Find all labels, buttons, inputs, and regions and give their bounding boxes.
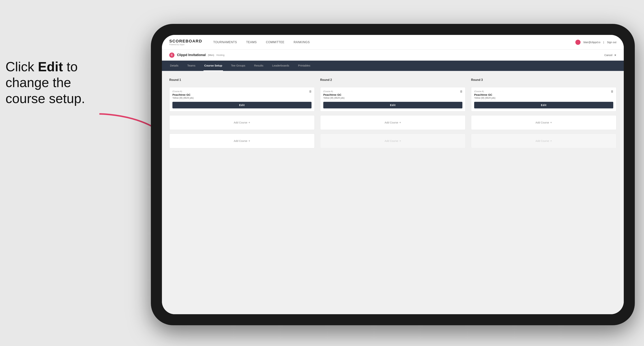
round-1-course-card: 🗑 (Course A) Peachtree GC Yellow (M) (66… — [169, 87, 315, 112]
gender-badge: (Men) — [208, 54, 214, 56]
tabs-bar: Details Teams Course Setup Tee Groups Re… — [162, 61, 624, 71]
plus-icon-r2-1: + — [399, 121, 401, 124]
round-3-column: Round 3 🗑 (Course A) Peachtree GC Yellow… — [471, 78, 616, 148]
plus-icon-r1-2: + — [248, 139, 250, 143]
round-2-column: Round 2 🗑 (Course A) Peachtree GC Yellow… — [320, 78, 466, 148]
annotation-text: Click Edit tochange thecourse setup. — [6, 59, 112, 106]
tab-details[interactable]: Details — [169, 61, 179, 71]
add-course-label-r3-2: Add Course — [536, 140, 549, 142]
add-course-r3-2: Add Course + — [471, 134, 616, 148]
tablet-device: SCOREBOARD Powered by clippd TOURNAMENTS… — [151, 24, 635, 325]
add-course-label-r2-1: Add Course — [384, 121, 398, 124]
course-details-r1: Yellow (M) (6629 yds) — [172, 97, 312, 99]
tablet-screen: SCOREBOARD Powered by clippd TOURNAMENTS… — [162, 35, 624, 314]
round-3-course-card: 🗑 (Course A) Peachtree GC Yellow (M) (66… — [471, 87, 616, 112]
trash-icon-r3[interactable]: 🗑 — [611, 90, 614, 93]
brand-logo: C — [169, 53, 174, 58]
add-course-label-r1-1: Add Course — [234, 121, 247, 124]
add-course-r2-1[interactable]: Add Course + — [320, 115, 466, 130]
course-name-r2: Peachtree GC — [323, 93, 462, 96]
nav-link-committee[interactable]: COMMITTEE — [266, 41, 284, 44]
tab-course-setup[interactable]: Course Setup — [204, 61, 223, 71]
add-course-label-r2-2: Add Course — [384, 140, 398, 142]
course-label-r2: (Course A) — [323, 90, 462, 92]
round-2-title: Round 2 — [320, 78, 466, 82]
round-2-course-card: 🗑 (Course A) Peachtree GC Yellow (M) (66… — [320, 87, 466, 112]
tab-teams[interactable]: Teams — [186, 61, 196, 71]
add-course-r3-1[interactable]: Add Course + — [471, 115, 616, 130]
nav-link-tournaments[interactable]: TOURNAMENTS — [213, 41, 237, 44]
add-course-label-r1-2: Add Course — [234, 140, 247, 142]
course-label-r1: (Course A) — [172, 90, 312, 92]
logo-sub-text: Powered by clippd — [169, 43, 202, 46]
round-1-title: Round 1 — [169, 78, 315, 82]
tab-tee-groups[interactable]: Tee Groups — [230, 61, 246, 71]
app-container: SCOREBOARD Powered by clippd TOURNAMENTS… — [162, 35, 624, 314]
tab-printables[interactable]: Printables — [297, 61, 311, 71]
add-course-r2-2: Add Course + — [320, 134, 466, 148]
add-course-r1-2[interactable]: Add Course + — [169, 134, 315, 148]
annotation-bold: Edit — [38, 59, 63, 74]
edit-button-r1[interactable]: Edit — [172, 102, 312, 108]
trash-icon[interactable]: 🗑 — [309, 90, 312, 93]
add-course-r1-1[interactable]: Add Course + — [169, 115, 315, 130]
main-content: Round 1 🗑 (Course A) Peachtree GC Yellow… — [162, 71, 624, 314]
top-navigation: SCOREBOARD Powered by clippd TOURNAMENTS… — [162, 35, 624, 50]
cancel-button[interactable]: Cancel ✕ — [604, 54, 616, 57]
sub-header: C Clippd Invitational (Men) Hosting Canc… — [162, 50, 624, 61]
nav-link-teams[interactable]: TEAMS — [246, 41, 257, 44]
tournament-title: Clippd Invitational — [177, 53, 206, 57]
tab-leaderboards[interactable]: Leaderboards — [272, 61, 290, 71]
user-email: blair@clippd.io — [584, 41, 600, 44]
nav-right: blair@clippd.io | Sign out — [575, 40, 616, 45]
course-name-r3: Peachtree GC — [474, 93, 613, 96]
tab-results[interactable]: Results — [253, 61, 264, 71]
plus-icon-r1-1: + — [248, 121, 250, 124]
user-avatar — [575, 40, 580, 45]
round-3-title: Round 3 — [471, 78, 616, 82]
nav-separator: | — [603, 41, 604, 44]
app-logo: SCOREBOARD Powered by clippd — [169, 39, 202, 46]
course-name-r1: Peachtree GC — [172, 93, 312, 96]
trash-icon-r2[interactable]: 🗑 — [460, 90, 463, 93]
nav-links: TOURNAMENTS TEAMS COMMITTEE RANKINGS — [213, 41, 575, 44]
sign-out-link[interactable]: Sign out — [607, 41, 616, 44]
nav-link-rankings[interactable]: RANKINGS — [294, 41, 310, 44]
rounds-grid: Round 1 🗑 (Course A) Peachtree GC Yellow… — [169, 78, 616, 148]
hosting-label: Hosting — [216, 54, 224, 56]
course-label-r3: (Course A) — [474, 90, 613, 92]
course-details-r3: Yellow (M) (6629 yds) — [474, 97, 613, 99]
course-details-r2: Yellow (M) (6629 yds) — [323, 97, 462, 99]
plus-icon-r3-2: + — [550, 139, 552, 143]
edit-button-r2[interactable]: Edit — [323, 102, 462, 108]
plus-icon-r2-2: + — [399, 139, 401, 143]
logo-main-text: SCOREBOARD — [169, 39, 202, 43]
add-course-label-r3-1: Add Course — [536, 121, 549, 124]
edit-button-r3[interactable]: Edit — [474, 102, 613, 108]
plus-icon-r3-1: + — [550, 121, 552, 124]
round-1-column: Round 1 🗑 (Course A) Peachtree GC Yellow… — [169, 78, 315, 148]
